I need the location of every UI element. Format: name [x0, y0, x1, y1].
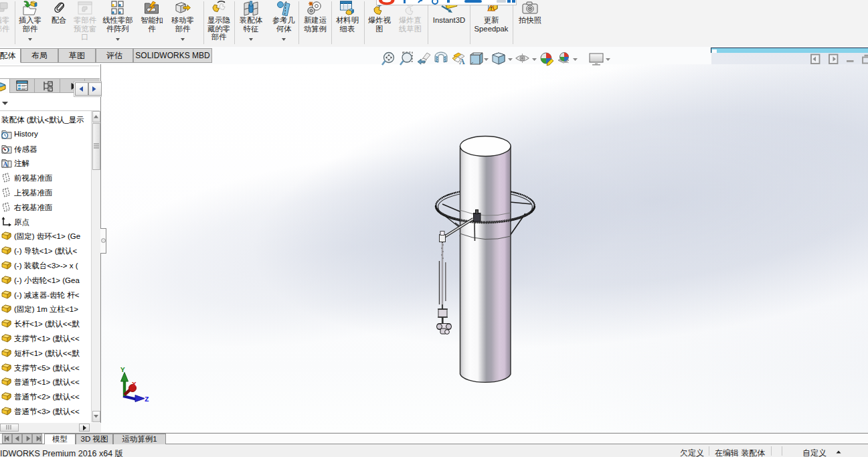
- svg-text:X: X: [132, 381, 137, 389]
- svg-text:Z: Z: [145, 395, 149, 403]
- svg-text:A: A: [459, 57, 465, 66]
- svg-text:Y: Y: [120, 366, 125, 374]
- svg-text:A: A: [3, 161, 8, 168]
